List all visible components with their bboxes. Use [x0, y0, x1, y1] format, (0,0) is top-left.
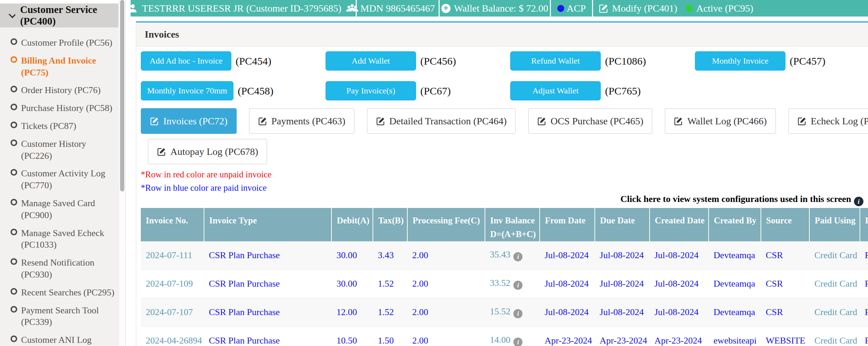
action-button-monthly-invoice[interactable]: Monthly Invoice [695, 51, 785, 71]
sidebar-header-label: Customer Service (PC400) [20, 4, 118, 27]
invoices-table: Invoice No.Invoice TypeDebit(A)Tax(B)Pro… [141, 208, 868, 346]
cell-value: 2.00 [412, 335, 428, 346]
cell-value: 30.00 [336, 250, 357, 260]
cell-value[interactable]: Credit Card [814, 335, 857, 346]
modify-link[interactable]: Modify (PC401) [612, 3, 677, 14]
action-button-pay-invoice-s[interactable]: Pay Invoice(s) [326, 81, 416, 100]
action-cell: Adjust Wallet(PC765) [510, 81, 695, 100]
sidebar-item-recent-searches-pc295[interactable]: Recent Searches (PC295) [0, 287, 118, 299]
plus-circle-icon[interactable]: + [441, 4, 451, 13]
system-config-link[interactable]: Click here to view system configurations… [141, 194, 863, 207]
sidebar-item-customer-history-pc226[interactable]: Customer History (PC226) [0, 138, 118, 162]
action-button-refund-wallet[interactable]: Refund Wallet [510, 51, 601, 71]
info-icon[interactable]: i [513, 309, 522, 318]
cell-processing_fee: 2.00 [407, 327, 485, 346]
info-icon[interactable]: i [854, 197, 863, 206]
action-button-add-wallet[interactable]: Add Wallet [326, 51, 416, 71]
cell-value: 1.52 [378, 279, 394, 289]
cell-tax: 3.43 [373, 241, 407, 270]
edit-icon [599, 4, 609, 13]
sidebar-item-tickets-pc87[interactable]: Tickets (PC87) [0, 120, 118, 132]
tab-autopay-log-pc678[interactable]: Autopay Log (PC678) [148, 139, 267, 164]
invoice-number-link[interactable]: 2024-07-107 [146, 307, 193, 317]
invoice-number-link[interactable]: 2024-07-109 [146, 279, 193, 289]
sidebar: Customer Service (PC400) Customer Profil… [0, 0, 126, 346]
sidebar-item-manage-saved-echeck-pc1033[interactable]: Manage Saved Echeck (PC1033) [0, 227, 118, 251]
info-icon[interactable]: i [513, 252, 522, 261]
sidebar-header-customer-service[interactable]: Customer Service (PC400) [0, 4, 118, 27]
cell-value[interactable]: Credit Card [814, 250, 857, 260]
sidebar-item-label: Customer Profile (PC56) [21, 37, 112, 49]
cell-inv_balance: 15.52i [485, 298, 540, 327]
table-row: 2024-07-109CSR Plan Purchase30.001.522.0… [141, 270, 868, 298]
cell-value: Apr-23-2024 [600, 335, 647, 346]
cell-value: Jul-08-2024 [600, 279, 644, 289]
sidebar-item-manage-saved-card-pc900[interactable]: Manage Saved Card (PC900) [0, 197, 118, 221]
panel-body: Add Ad hoc - Invoice(PC454)Add Wallet(PC… [136, 47, 868, 346]
cell-value: Devteamqa [714, 307, 755, 317]
radio-circle-icon [11, 169, 17, 176]
tab-wallet-log-pc466[interactable]: Wallet Log (PC466) [665, 108, 776, 134]
sidebar-scrollbar[interactable] [119, 0, 126, 346]
cell-value: Jul-08-2024 [600, 250, 644, 260]
cell-source: CSR [761, 298, 809, 327]
tab-detailed-transaction-pc464[interactable]: Detailed Transaction (PC464) [367, 108, 516, 134]
sidebar-item-label: Customer ANI Log (PC940) [21, 334, 116, 346]
cell-value[interactable]: Credit Card [814, 279, 857, 289]
sidebar-item-purchase-history-pc58[interactable]: Purchase History (PC58) [0, 102, 118, 114]
cell-paid_status: Paid [860, 327, 868, 346]
acp-label: ACP [567, 3, 586, 14]
sidebar-item-label: Manage Saved Card (PC900) [21, 197, 116, 221]
active-status-dot-icon [686, 5, 693, 12]
cell-created_date: Jul-08-2024 [650, 270, 709, 298]
cell-value: Jul-08-2024 [545, 250, 589, 260]
action-code-label: (PC454) [236, 55, 271, 67]
tab-invoices-pc72[interactable]: Invoices (PC72) [141, 108, 237, 134]
radio-circle-icon [11, 335, 17, 342]
modify-status-segment: Modify (PC401) Active (PC95) [593, 0, 868, 17]
acp-dot-icon [557, 5, 564, 12]
cell-value: Jul-08-2024 [655, 250, 699, 260]
cell-value: ewebsiteapi [714, 335, 757, 346]
action-button-monthly-invoice-70mm[interactable]: Monthly Invoice 70mm [141, 81, 234, 100]
sidebar-item-customer-ani-log-pc940[interactable]: Customer ANI Log (PC940) [0, 334, 118, 346]
tabs-row-second: Autopay Log (PC678) [148, 139, 868, 164]
cell-value: 12.00 [336, 307, 357, 317]
tab-payments-pc463[interactable]: Payments (PC463) [249, 108, 355, 134]
system-config-link-text[interactable]: Click here to view system configurations… [620, 194, 851, 204]
sidebar-item-customer-activity-log-pc770[interactable]: Customer Activity Log (PC770) [0, 168, 118, 191]
tab-ocs-purchase-pc465[interactable]: OCS Purchase (PC465) [528, 108, 652, 134]
sidebar-item-billing-and-invoice-pc75[interactable]: Billing And Invoice (PC75) [0, 55, 118, 79]
tabs-row: Invoices (PC72)Payments (PC463)Detailed … [141, 108, 868, 134]
cell-value: Devteamqa [714, 250, 755, 260]
radio-circle-icon [11, 199, 17, 205]
invoice-number-link[interactable]: 2024-04-26894 [146, 335, 202, 346]
invoice-number-link[interactable]: 2024-07-111 [146, 250, 192, 260]
cell-value: Devteamqa [714, 279, 755, 289]
cell-value: Jul-08-2024 [655, 307, 699, 317]
sidebar-item-customer-profile-pc56[interactable]: Customer Profile (PC56) [0, 37, 118, 49]
cell-value: CSR Plan Purchase [209, 250, 280, 260]
tab-echeck-log-pc653[interactable]: Echeck Log (PC653) [788, 108, 868, 134]
radio-circle-icon [11, 122, 17, 128]
cell-invoice_type: CSR Plan Purchase [204, 241, 331, 270]
cell-processing_fee: 2.00 [407, 270, 485, 298]
sidebar-item-order-history-pc76[interactable]: Order History (PC76) [0, 84, 118, 96]
info-icon[interactable]: i [513, 338, 522, 346]
action-button-add-ad-hoc-invoice[interactable]: Add Ad hoc - Invoice [141, 51, 231, 71]
table-header-row: Invoice No.Invoice TypeDebit(A)Tax(B)Pro… [141, 208, 868, 241]
info-icon[interactable]: i [513, 281, 522, 290]
cell-invoice_no: 2024-07-107 [141, 298, 204, 327]
active-status-label[interactable]: Active (PC95) [696, 3, 754, 14]
action-button-adjust-wallet[interactable]: Adjust Wallet [510, 81, 601, 100]
cell-from_date: Apr-23-2024 [540, 327, 595, 346]
tab-label: Payments (PC463) [271, 116, 346, 127]
sidebar-scrollbar-thumb[interactable] [120, 0, 124, 191]
wallet-segment: + Wallet Balance: $ 72.00 [440, 0, 550, 17]
sidebar-item-payment-search-tool-pc339[interactable]: Payment Search Tool (PC339) [0, 305, 118, 328]
cell-value[interactable]: Credit Card [814, 307, 857, 317]
cell-due_date: Apr-23-2024 [595, 327, 650, 346]
sidebar-item-resend-notification-pc930[interactable]: Resend Notification (PC930) [0, 257, 118, 281]
cell-paid_using: Credit Card [809, 241, 860, 270]
cell-value: 15.52 [490, 306, 511, 316]
